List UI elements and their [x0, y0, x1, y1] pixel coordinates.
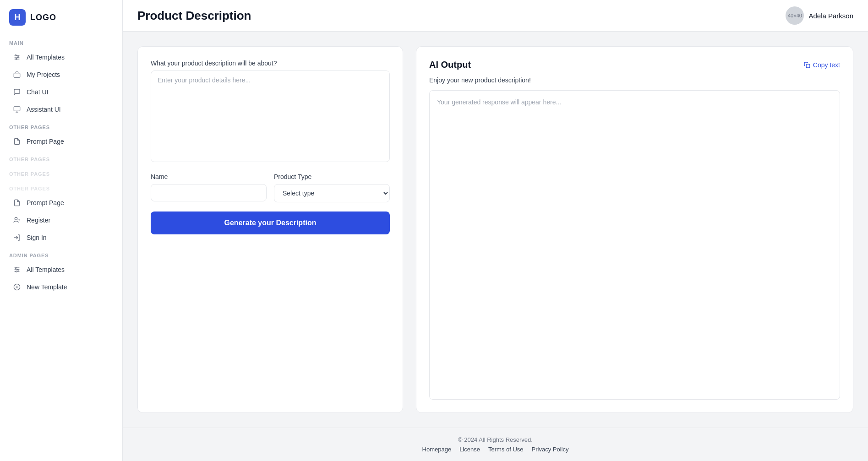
name-label: Name: [151, 173, 267, 180]
sidebar-item-new-template[interactable]: New Template: [4, 279, 119, 295]
output-subtitle: Enjoy your new product description!: [429, 76, 840, 84]
logo-area: H LOGO: [0, 0, 122, 34]
page-title: Product Description: [137, 9, 251, 23]
copy-button[interactable]: Copy text: [804, 61, 840, 69]
name-input[interactable]: [151, 184, 267, 201]
sidebar-item-all-templates[interactable]: All Templates: [4, 49, 119, 65]
logo-icon: H: [9, 9, 26, 26]
sidebar-label-my-projects: My Projects: [27, 71, 60, 78]
sidebar-label-admin-all-templates: All Templates: [27, 266, 65, 273]
svg-point-10: [15, 217, 17, 220]
logo-text: LOGO: [30, 13, 56, 22]
sidebar-item-assistant-ui[interactable]: Assistant UI: [4, 101, 119, 118]
footer: © 2024 All Rights Reserved. HomepageLice…: [123, 428, 868, 461]
sidebar-label-prompt-page-2: Prompt Page: [27, 199, 64, 206]
svg-point-4: [17, 57, 19, 58]
svg-point-18: [17, 269, 19, 271]
svg-point-3: [15, 55, 16, 56]
fields-row: Name Product Type Select typeElectronics…: [151, 173, 390, 202]
output-title: AI Output: [429, 60, 471, 70]
description-field-group: What your product description will be ab…: [151, 60, 390, 164]
other-pages-label-1: OTHER PAGES: [0, 118, 122, 133]
briefcase-icon: [13, 71, 21, 79]
sliders-icon: [13, 53, 21, 61]
content-area: What your product description will be ab…: [123, 32, 868, 428]
sidebar-item-my-projects[interactable]: My Projects: [4, 66, 119, 83]
product-description-textarea[interactable]: [151, 71, 390, 162]
svg-point-17: [15, 267, 16, 269]
description-label: What your product description will be ab…: [151, 60, 390, 67]
output-placeholder: Your generated response will appear here…: [437, 98, 561, 106]
svg-point-5: [16, 59, 17, 60]
avatar: 40×40: [786, 6, 804, 25]
sidebar-item-register[interactable]: Register: [4, 212, 119, 228]
other-pages-label-3: OTHER PAGES: [0, 165, 122, 179]
sidebar-label-chat-ui: Chat UI: [27, 88, 48, 96]
product-type-select[interactable]: Select typeElectronicsClothingFoodSoftwa…: [274, 184, 390, 202]
svg-point-19: [16, 271, 17, 272]
admin-sliders-icon: [13, 266, 21, 274]
main-content: Product Description 40×40 Adela Parkson …: [123, 0, 868, 461]
sidebar-label-all-templates: All Templates: [27, 54, 65, 61]
footer-link[interactable]: Terms of Use: [488, 446, 524, 453]
svg-rect-23: [806, 64, 810, 68]
main-section-label: MAIN: [0, 34, 122, 49]
sidebar-item-prompt-page-2[interactable]: Prompt Page: [4, 195, 119, 211]
admin-section-label: ADMIN PAGES: [0, 246, 122, 261]
file-icon-1: [13, 137, 21, 146]
user-area: 40×40 Adela Parkson: [786, 6, 853, 25]
top-header: Product Description 40×40 Adela Parkson: [123, 0, 868, 32]
monitor-icon: [13, 105, 21, 114]
generate-button[interactable]: Generate your Description: [151, 212, 390, 234]
copy-icon: [804, 62, 810, 68]
product-type-field-group: Product Type Select typeElectronicsCloth…: [274, 173, 390, 202]
product-type-label: Product Type: [274, 173, 390, 180]
sidebar-label-sign-in: Sign In: [27, 234, 47, 241]
user-plus-icon: [13, 216, 21, 224]
svg-rect-7: [14, 107, 20, 111]
copy-button-label: Copy text: [813, 61, 840, 69]
sidebar-label-new-template: New Template: [27, 283, 67, 291]
footer-link[interactable]: Homepage: [422, 446, 452, 453]
svg-rect-6: [14, 73, 20, 77]
plus-circle-icon: [13, 283, 21, 291]
footer-link[interactable]: License: [459, 446, 480, 453]
right-panel: AI Output Copy text Enjoy your new produ…: [416, 46, 853, 413]
sidebar-item-admin-all-templates[interactable]: All Templates: [4, 261, 119, 278]
sidebar-item-sign-in[interactable]: Sign In: [4, 229, 119, 246]
log-in-icon: [13, 233, 21, 242]
output-header: AI Output Copy text: [429, 60, 840, 70]
footer-copyright: © 2024 All Rights Reserved.: [137, 436, 853, 443]
name-field-group: Name: [151, 173, 267, 202]
left-panel: What your product description will be ab…: [137, 46, 403, 413]
user-name: Adela Parkson: [808, 12, 853, 20]
sidebar-item-chat-ui[interactable]: Chat UI: [4, 84, 119, 100]
sidebar-label-prompt-page-1: Prompt Page: [27, 138, 64, 145]
sidebar-label-register: Register: [27, 217, 50, 224]
other-pages-label-4: OTHER PAGES: [0, 179, 122, 194]
chat-icon: [13, 88, 21, 96]
other-pages-label-2: OTHER PAGES: [0, 150, 122, 165]
sidebar-item-prompt-page-1[interactable]: Prompt Page: [4, 133, 119, 150]
file-icon-2: [13, 199, 21, 207]
footer-link[interactable]: Privacy Policy: [532, 446, 569, 453]
sidebar: H LOGO MAIN All Templates My Projects Ch…: [0, 0, 123, 461]
output-box: Your generated response will appear here…: [429, 90, 840, 400]
sidebar-label-assistant-ui: Assistant UI: [27, 106, 61, 113]
footer-links: HomepageLicenseTerms of UsePrivacy Polic…: [137, 446, 853, 453]
